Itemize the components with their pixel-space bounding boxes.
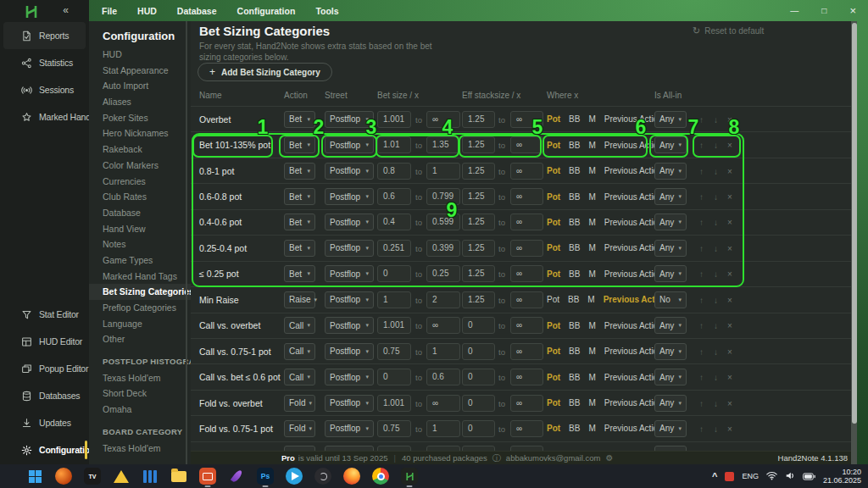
where-option-bb[interactable]: BB (569, 243, 580, 252)
file-explorer-icon[interactable] (170, 467, 188, 485)
street-dropdown[interactable]: Postflop▾ (325, 317, 374, 334)
action-dropdown[interactable]: Bet▾ (284, 240, 315, 257)
main-scrollbar-thumb[interactable] (852, 23, 857, 424)
where-option-m[interactable]: M (587, 295, 594, 304)
delete-icon[interactable]: × (727, 269, 732, 279)
sidebar-item-stat-editor[interactable]: Stat Editor (0, 301, 89, 328)
move-down-icon[interactable]: ↓ (714, 269, 718, 279)
move-down-icon[interactable]: ↓ (714, 218, 718, 227)
eff-stacksize-min-input[interactable]: 0 (462, 369, 495, 385)
is-allin-dropdown[interactable]: Any▾ (654, 317, 687, 334)
where-option-pot[interactable]: Pot (547, 373, 560, 382)
config-nav-item-aliases[interactable]: Aliases (89, 94, 191, 110)
eff-stacksize-min-input[interactable]: 1.25 (462, 291, 495, 308)
where-option-m[interactable]: M (588, 373, 595, 382)
is-allin-dropdown[interactable]: Any▾ (654, 369, 687, 385)
config-nav-item-omaha[interactable]: Omaha (89, 402, 191, 418)
delete-icon[interactable]: × (727, 295, 732, 304)
bet-size-min-input[interactable]: 0.4 (377, 214, 411, 230)
chrome-icon[interactable] (371, 467, 390, 485)
action-dropdown[interactable]: Bet▾ (284, 188, 315, 205)
move-up-icon[interactable]: ↑ (699, 141, 704, 150)
bet-size-max-input[interactable]: 0.599 (426, 214, 460, 230)
delete-icon[interactable]: × (727, 347, 732, 356)
where-option-m[interactable]: M (588, 347, 595, 356)
action-dropdown[interactable]: Call▾ (284, 343, 315, 360)
where-option-bb[interactable]: BB (569, 218, 580, 227)
config-nav-item-hud[interactable]: HUD (89, 47, 191, 63)
bet-size-max-input[interactable]: 0.799 (426, 188, 460, 205)
where-option-pot[interactable]: Pot (547, 424, 560, 433)
move-up-icon[interactable]: ↑ (699, 295, 704, 304)
config-nav-item-hand-view[interactable]: Hand View (89, 221, 191, 237)
config-nav-item-texas-hold-em[interactable]: Texas Hold'em (89, 370, 191, 386)
is-allin-dropdown[interactable]: Any▾ (654, 265, 687, 282)
eff-stacksize-min-input[interactable]: 1.25 (462, 188, 495, 205)
delete-icon[interactable]: × (727, 373, 732, 382)
move-down-icon[interactable]: ↓ (714, 141, 718, 150)
config-nav-item-language[interactable]: Language (89, 316, 191, 332)
delete-icon[interactable]: × (727, 398, 732, 408)
eff-stacksize-max-input[interactable]: ∞ (510, 188, 543, 205)
config-nav-scrollbar[interactable] (186, 21, 187, 464)
where-option-m[interactable]: M (588, 321, 595, 330)
delete-icon[interactable]: × (727, 114, 732, 124)
bet-size-min-input[interactable]: 0.251 (377, 240, 411, 257)
bet-size-min-input[interactable]: 1.001 (377, 111, 411, 128)
eff-stacksize-max-input[interactable]: ∞ (510, 111, 543, 128)
where-option-bb[interactable]: BB (569, 192, 580, 202)
street-dropdown[interactable]: Postflop▾ (325, 291, 374, 308)
eff-stacksize-min-input[interactable]: 1.25 (462, 163, 495, 180)
screen-capture-app-icon[interactable] (198, 467, 217, 485)
bet-size-max-input[interactable]: 1 (426, 420, 460, 437)
where-option-pot[interactable]: Pot (547, 192, 560, 202)
street-dropdown[interactable]: Postflop▾ (325, 214, 374, 230)
config-nav-item-poker-sites[interactable]: Poker Sites (89, 110, 191, 126)
street-dropdown[interactable]: Postflop▾ (325, 420, 374, 437)
where-option-m[interactable]: M (588, 398, 595, 408)
action-dropdown[interactable]: Raise▾ (284, 291, 315, 308)
menu-item-tools[interactable]: Tools (315, 6, 338, 16)
is-allin-dropdown[interactable]: Any▾ (654, 240, 687, 257)
move-up-icon[interactable]: ↑ (699, 114, 704, 124)
move-down-icon[interactable]: ↓ (714, 373, 718, 382)
eff-stacksize-min-input[interactable]: 1.25 (462, 265, 495, 282)
eff-stacksize-min-input[interactable]: 1.25 (462, 111, 495, 128)
action-dropdown[interactable]: Bet▾ (284, 111, 315, 128)
main-scrollbar[interactable] (851, 21, 857, 464)
config-nav-item-hero-nicknames[interactable]: Hero Nicknames (89, 125, 191, 141)
tray-red-app-icon[interactable] (725, 472, 734, 481)
where-option-pot[interactable]: Pot (547, 166, 560, 175)
action-dropdown[interactable]: Bet▾ (284, 163, 315, 180)
config-nav-item-short-deck[interactable]: Short Deck (89, 385, 191, 402)
close-icon[interactable]: × (849, 0, 856, 21)
firefox-icon[interactable] (342, 467, 361, 485)
config-nav-item-color-markers[interactable]: Color Markers (89, 158, 191, 174)
config-nav-item-preflop-categories[interactable]: Preflop Categories (89, 300, 191, 316)
is-allin-dropdown[interactable]: Any▾ (654, 163, 687, 180)
delete-icon[interactable]: × (727, 192, 732, 202)
bet-size-min-input[interactable]: 1.001 (377, 317, 411, 334)
delete-icon[interactable]: × (727, 166, 732, 175)
sidebar-item-hud-editor[interactable]: HUD Editor (0, 328, 89, 355)
battery-icon[interactable] (803, 469, 815, 484)
sidebar-item-reports[interactable]: Reports (3, 22, 86, 49)
action-dropdown[interactable]: Bet▾ (284, 265, 315, 282)
eff-stacksize-max-input[interactable]: ∞ (510, 343, 543, 360)
bet-size-min-input[interactable]: 0 (377, 369, 411, 385)
config-nav-item-other[interactable]: Other (89, 331, 191, 347)
sidebar-item-databases[interactable]: Databases (0, 382, 89, 409)
bet-size-max-input[interactable]: 0.25 (426, 265, 460, 282)
eff-stacksize-max-input[interactable]: ∞ (510, 291, 543, 308)
move-down-icon[interactable]: ↓ (714, 321, 718, 330)
bet-size-min-input[interactable]: 0.75 (377, 343, 411, 360)
hand2note-icon[interactable] (400, 467, 419, 485)
columns-app-icon[interactable] (141, 467, 159, 485)
where-option-bb[interactable]: BB (569, 373, 580, 382)
bet-size-max-input[interactable]: 1 (426, 343, 460, 360)
bet-size-min-input[interactable]: 1.001 (377, 395, 411, 412)
eff-stacksize-min-input[interactable]: 0 (462, 395, 495, 412)
is-allin-dropdown[interactable]: Any▾ (654, 343, 687, 360)
maximize-icon[interactable]: □ (821, 0, 826, 21)
reset-to-default-button[interactable]: ↻ Reset to default (693, 25, 764, 36)
